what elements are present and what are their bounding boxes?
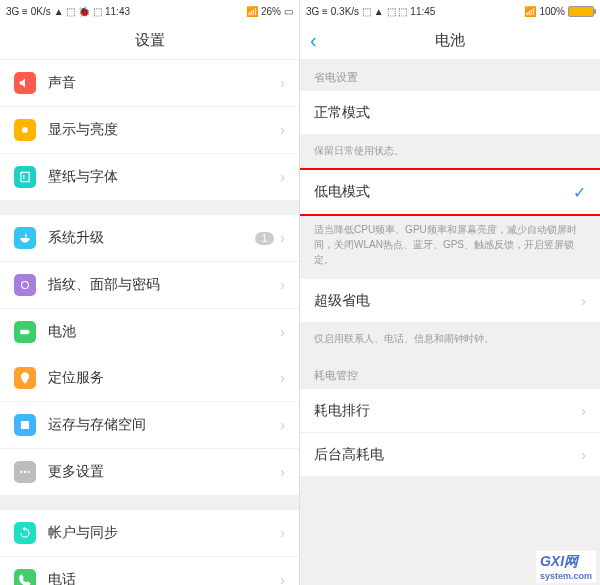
battery-screen: 3G ≡ 0.3K/s ⬚ ▲ ⬚ ⬚ 11:45 📶 100% ‹ 电池 省电… <box>300 0 600 585</box>
row-update[interactable]: 系统升级 1 › <box>0 215 299 262</box>
chevron-right-icon: › <box>280 324 285 340</box>
row-label: 电池 <box>48 323 274 341</box>
row-label: 超级省电 <box>314 292 575 310</box>
storage-icon <box>14 414 36 436</box>
status-icons: ▲ ⬚ 🐞 ⬚ <box>54 6 102 17</box>
row-storage[interactable]: 运存与存储空间 › <box>0 402 299 449</box>
fingerprint-icon <box>14 274 36 296</box>
page-title: 设置 <box>135 31 165 50</box>
row-wallpaper[interactable]: 壁纸与字体 › <box>0 154 299 201</box>
wifi-icon: 📶 <box>246 6 258 17</box>
status-time: 11:45 <box>410 6 435 17</box>
battery-full-icon <box>568 6 594 17</box>
super-mode-desc: 仅启用联系人、电话、信息和闹钟时钟。 <box>300 323 600 358</box>
row-normal-mode[interactable]: 正常模式 <box>300 91 600 135</box>
display-icon <box>14 119 36 141</box>
row-low-mode[interactable]: 低电模式 ✓ <box>300 170 600 214</box>
chevron-right-icon: › <box>280 525 285 541</box>
network-status: 3G ≡ 0K/s <box>6 6 51 17</box>
row-location[interactable]: 定位服务 › <box>0 355 299 402</box>
low-mode-desc: 适当降低CPU频率、GPU频率和屏幕亮度，减少自动锁屏时间，关闭WLAN热点、蓝… <box>300 214 600 279</box>
normal-mode-desc: 保留日常使用状态。 <box>300 135 600 170</box>
network-status: 3G ≡ 0.3K/s <box>306 6 359 17</box>
status-bar-right: 3G ≡ 0.3K/s ⬚ ▲ ⬚ ⬚ 11:45 📶 100% <box>300 0 600 22</box>
row-label: 系统升级 <box>48 229 255 247</box>
battery-text: 26% <box>261 6 281 17</box>
status-time: 11:43 <box>105 6 130 17</box>
row-label: 定位服务 <box>48 369 274 387</box>
chevron-right-icon: › <box>280 122 285 138</box>
chevron-right-icon: › <box>280 75 285 91</box>
svg-rect-4 <box>21 421 29 429</box>
row-label: 电话 <box>48 571 274 585</box>
wallpaper-icon <box>14 166 36 188</box>
row-phone[interactable]: 电话 › <box>0 557 299 585</box>
status-bar-left: 3G ≡ 0K/s ▲ ⬚ 🐞 ⬚ 11:43 📶 26% ▭ <box>0 0 299 22</box>
row-label: 显示与亮度 <box>48 121 274 139</box>
svg-point-7 <box>27 471 29 473</box>
row-more[interactable]: 更多设置 › <box>0 449 299 496</box>
highlight-low-mode: 低电模式 ✓ <box>300 168 600 216</box>
row-sync[interactable]: 帐户与同步 › <box>0 510 299 557</box>
svg-point-0 <box>22 127 28 133</box>
row-fingerprint[interactable]: 指纹、面部与密码 › <box>0 262 299 309</box>
section-power-control: 耗电管控 <box>300 358 600 389</box>
row-display[interactable]: 显示与亮度 › <box>0 107 299 154</box>
battery-icon <box>14 321 36 343</box>
chevron-right-icon: › <box>280 169 285 185</box>
row-label: 壁纸与字体 <box>48 168 274 186</box>
chevron-right-icon: › <box>280 417 285 433</box>
page-title: 电池 <box>435 31 465 50</box>
chevron-right-icon: › <box>581 293 586 309</box>
header-left: 设置 <box>0 22 299 60</box>
sound-icon <box>14 72 36 94</box>
chevron-right-icon: › <box>280 464 285 480</box>
row-battery[interactable]: 电池 › <box>0 309 299 355</box>
chevron-right-icon: › <box>581 447 586 463</box>
row-sound[interactable]: 声音 › <box>0 60 299 107</box>
svg-point-1 <box>22 282 29 289</box>
battery-icon: ▭ <box>284 6 293 17</box>
location-icon <box>14 367 36 389</box>
row-label: 耗电排行 <box>314 402 575 420</box>
row-label: 运存与存储空间 <box>48 416 274 434</box>
watermark-main: GXI网 <box>540 553 578 569</box>
row-label: 指纹、面部与密码 <box>48 276 274 294</box>
battery-text: 100% <box>539 6 565 17</box>
back-button[interactable]: ‹ <box>310 29 317 52</box>
svg-rect-2 <box>20 330 28 335</box>
svg-rect-3 <box>29 331 30 333</box>
row-label: 更多设置 <box>48 463 274 481</box>
settings-screen: 3G ≡ 0K/s ▲ ⬚ 🐞 ⬚ 11:43 📶 26% ▭ 设置 声音 › … <box>0 0 300 585</box>
update-icon <box>14 227 36 249</box>
wifi-icon: 📶 <box>524 6 536 17</box>
row-label: 正常模式 <box>314 104 586 122</box>
row-super-mode[interactable]: 超级省电 › <box>300 279 600 323</box>
checkmark-icon: ✓ <box>573 183 586 202</box>
status-icons: ⬚ ▲ ⬚ ⬚ <box>362 6 407 17</box>
row-label: 声音 <box>48 74 274 92</box>
watermark: GXI网 system.com <box>536 551 596 583</box>
section-power-saving: 省电设置 <box>300 60 600 91</box>
header-right: ‹ 电池 <box>300 22 600 60</box>
badge-count: 1 <box>255 232 275 245</box>
phone-icon <box>14 569 36 585</box>
svg-point-6 <box>24 471 26 473</box>
row-label: 后台高耗电 <box>314 446 575 464</box>
chevron-right-icon: › <box>280 277 285 293</box>
sync-icon <box>14 522 36 544</box>
chevron-right-icon: › <box>280 370 285 386</box>
chevron-right-icon: › <box>280 230 285 246</box>
watermark-sub: system.com <box>540 571 592 581</box>
chevron-right-icon: › <box>280 572 285 585</box>
chevron-right-icon: › <box>581 403 586 419</box>
row-label: 帐户与同步 <box>48 524 274 542</box>
more-icon <box>14 461 36 483</box>
row-power-rank[interactable]: 耗电排行 › <box>300 389 600 433</box>
row-label: 低电模式 <box>314 183 573 201</box>
highlight-battery: 电池 › <box>0 307 299 357</box>
row-background-power[interactable]: 后台高耗电 › <box>300 433 600 477</box>
svg-point-5 <box>20 471 22 473</box>
